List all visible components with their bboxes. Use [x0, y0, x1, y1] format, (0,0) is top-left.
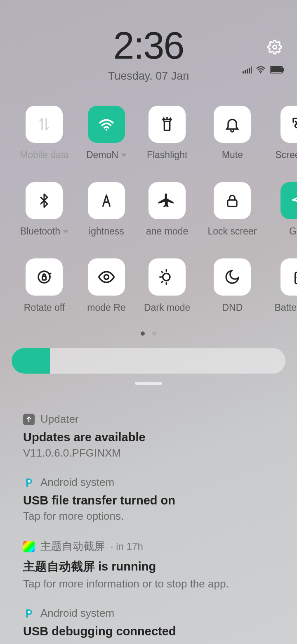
- airplane-icon: [158, 192, 176, 209]
- tile-dnd[interactable]: DND: [207, 258, 257, 313]
- svg-rect-11: [164, 121, 170, 130]
- battery-saver-icon: [291, 268, 297, 286]
- svg-point-10: [106, 129, 108, 131]
- svg-point-6: [260, 72, 261, 73]
- page-indicator: [0, 331, 297, 336]
- notification-usb-debugging[interactable]: Android system USB debugging connected: [0, 604, 297, 644]
- tile-auto-brightness[interactable]: ightness: [86, 182, 127, 237]
- svg-point-28: [28, 611, 31, 613]
- tile-label: ightness: [89, 226, 124, 237]
- svg-point-0: [273, 45, 277, 49]
- tile-rotate-lock[interactable]: Rotate off: [20, 258, 69, 313]
- gear-icon: [267, 40, 282, 54]
- bluetooth-icon: [36, 193, 52, 208]
- notif-app-name: Updater: [40, 413, 79, 426]
- settings-gear-button[interactable]: [267, 40, 282, 56]
- tile-label: Bluetooth: [20, 226, 60, 237]
- tile-label: Dark mode: [144, 302, 190, 313]
- status-bar-icons: [243, 66, 285, 73]
- svg-rect-5: [251, 66, 252, 73]
- battery-icon: [270, 66, 285, 73]
- android-p-icon: [23, 477, 35, 488]
- notification-updater[interactable]: Updater Updates are available V11.0.6.0.…: [0, 410, 297, 473]
- notif-body: Tap for more options.: [23, 510, 274, 523]
- pager-dot-active: [141, 331, 145, 336]
- tile-label: ane mode: [146, 226, 188, 237]
- tile-gps[interactable]: GPS: [274, 182, 297, 237]
- tile-mobile-data[interactable]: Mobile data: [20, 106, 69, 161]
- screenshot-icon: [290, 116, 297, 133]
- svg-rect-2: [245, 70, 246, 73]
- brightness-slider[interactable]: [12, 348, 285, 374]
- notif-title: 主题自动截屏 is running: [23, 559, 274, 575]
- updater-app-icon: [23, 414, 35, 425]
- notif-title: USB debugging connected: [23, 625, 274, 638]
- svg-rect-4: [249, 68, 250, 73]
- clock-time: 2:36: [0, 24, 297, 67]
- tile-label: mode Re: [87, 302, 125, 313]
- tile-label: Screenshot: [275, 149, 297, 161]
- lock-icon: [224, 193, 240, 208]
- auto-brightness-icon: [98, 192, 115, 209]
- dropdown-arrow-icon: [121, 154, 127, 157]
- drag-handle[interactable]: [135, 382, 162, 385]
- wifi-status-icon: [256, 66, 266, 73]
- tile-label: Rotate off: [24, 302, 65, 313]
- svg-point-27: [28, 480, 31, 483]
- svg-rect-9: [271, 67, 282, 72]
- tile-label: DemoN: [86, 149, 118, 161]
- rotate-lock-icon: [35, 268, 53, 286]
- notif-title: Updates are available: [23, 431, 274, 444]
- quick-settings-header: 2:36 Tuesday. 07 Jan: [0, 0, 297, 83]
- eye-icon: [97, 268, 116, 286]
- dark-mode-icon: [158, 268, 176, 286]
- tile-label: Mobile data: [20, 149, 69, 161]
- pager-dot-inactive: [152, 331, 156, 336]
- svg-rect-18: [228, 200, 237, 206]
- wifi-icon: [98, 116, 115, 133]
- svg-rect-1: [243, 71, 244, 73]
- cell-signal-icon: [243, 66, 252, 73]
- tile-label: GPS: [289, 226, 297, 237]
- mobile-data-icon: [36, 116, 52, 133]
- tile-screenshot[interactable]: Screenshot: [274, 106, 297, 161]
- tile-dark-mode[interactable]: Dark mode: [144, 258, 190, 313]
- notif-app-name: Android system: [40, 476, 114, 489]
- tile-label: Flashlight: [147, 149, 187, 161]
- tile-mute[interactable]: Mute: [207, 106, 257, 161]
- notif-timestamp: · in 17h: [111, 541, 143, 552]
- tile-label: Mute: [222, 149, 243, 161]
- tile-label: DND: [222, 302, 243, 313]
- tile-label: Lock screen: [207, 226, 257, 237]
- android-p-icon: [23, 608, 35, 619]
- notif-title: USB file transfer turned on: [23, 494, 274, 507]
- notification-list: Updater Updates are available V11.0.6.0.…: [0, 410, 297, 644]
- svg-line-13: [164, 118, 165, 119]
- tile-label: Battery saver: [274, 302, 297, 313]
- tile-flashlight[interactable]: Flashlight: [144, 106, 190, 161]
- tile-reading-mode[interactable]: mode Re: [86, 258, 127, 313]
- bell-icon: [224, 116, 240, 133]
- notif-app-name: Android system: [40, 607, 114, 620]
- svg-point-22: [163, 273, 170, 281]
- moon-icon: [224, 269, 240, 285]
- gps-icon: [291, 192, 297, 209]
- svg-line-14: [170, 118, 171, 119]
- tile-battery-saver[interactable]: Battery saver: [274, 258, 297, 313]
- notif-app-name: 主题自动截屏: [40, 539, 105, 554]
- svg-rect-8: [283, 68, 284, 71]
- svg-rect-3: [247, 69, 248, 73]
- dropdown-arrow-icon: [63, 230, 68, 234]
- svg-point-15: [295, 124, 297, 128]
- tile-bluetooth[interactable]: Bluetooth: [20, 182, 69, 237]
- flashlight-icon: [159, 116, 175, 133]
- notification-usb-transfer[interactable]: Android system USB file transfer turned …: [0, 473, 297, 536]
- tile-airplane-mode[interactable]: ane mode: [144, 182, 190, 237]
- notif-body: V11.0.6.0.PFGINXM: [23, 447, 274, 459]
- brightness-fill: [12, 348, 50, 374]
- tile-lock-screen[interactable]: Lock screen: [207, 182, 257, 237]
- svg-point-21: [104, 275, 108, 279]
- quick-settings-grid: Mobile data DemoN Flashlight: [20, 106, 277, 313]
- notification-theme-app[interactable]: 主题自动截屏 · in 17h 主题自动截屏 is running Tap fo…: [0, 536, 297, 604]
- tile-wifi[interactable]: DemoN: [86, 106, 127, 161]
